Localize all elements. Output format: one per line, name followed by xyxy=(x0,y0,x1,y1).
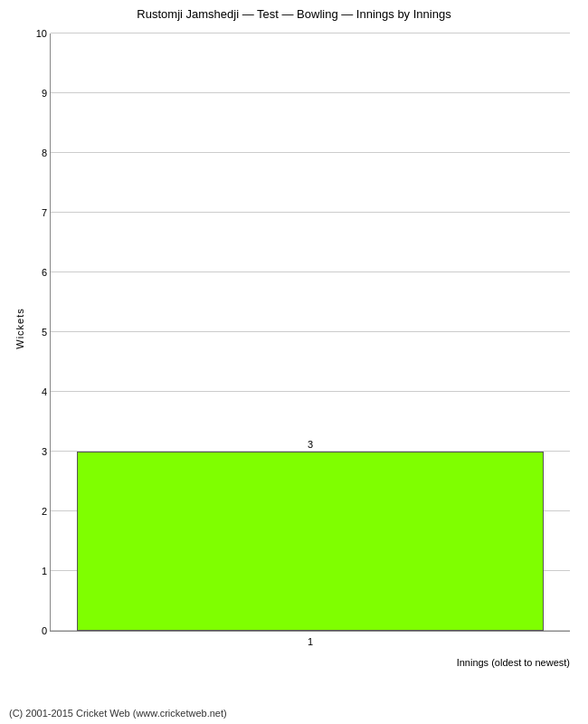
y-tick-label: 4 xyxy=(22,386,47,397)
chart-area: Wickets 01234567891031 Innings (oldest t… xyxy=(9,24,579,668)
bar xyxy=(77,452,545,631)
y-tick-label: 8 xyxy=(22,148,47,158)
y-tick-label: 10 xyxy=(22,28,47,39)
y-tick-label: 5 xyxy=(22,327,47,338)
y-tick-label: 2 xyxy=(22,506,47,517)
y-tick-label: 9 xyxy=(22,88,47,99)
grid-line xyxy=(51,331,570,332)
x-tick-label: 1 xyxy=(308,636,313,647)
y-tick-label: 6 xyxy=(22,267,47,278)
x-axis-label: Innings (oldest to newest) xyxy=(457,657,570,668)
grid-line xyxy=(51,152,570,153)
chart-title: Rustomji Jamshedji — Test — Bowling — In… xyxy=(0,0,588,24)
grid-line xyxy=(51,92,570,93)
grid-line xyxy=(51,272,570,272)
grid-line xyxy=(51,212,570,213)
y-tick-label: 7 xyxy=(22,207,47,218)
plot-area: 01234567891031 xyxy=(50,33,570,632)
y-tick-label: 1 xyxy=(22,566,47,576)
chart-container: Rustomji Jamshedji — Test — Bowling — In… xyxy=(0,0,588,724)
bar-value-label: 3 xyxy=(308,439,313,450)
y-tick-label: 0 xyxy=(22,625,47,636)
footer: (C) 2001-2015 Cricket Web (www.cricketwe… xyxy=(0,704,588,724)
grid-line xyxy=(51,391,570,392)
grid-line xyxy=(51,33,570,33)
y-tick-label: 3 xyxy=(22,446,47,457)
